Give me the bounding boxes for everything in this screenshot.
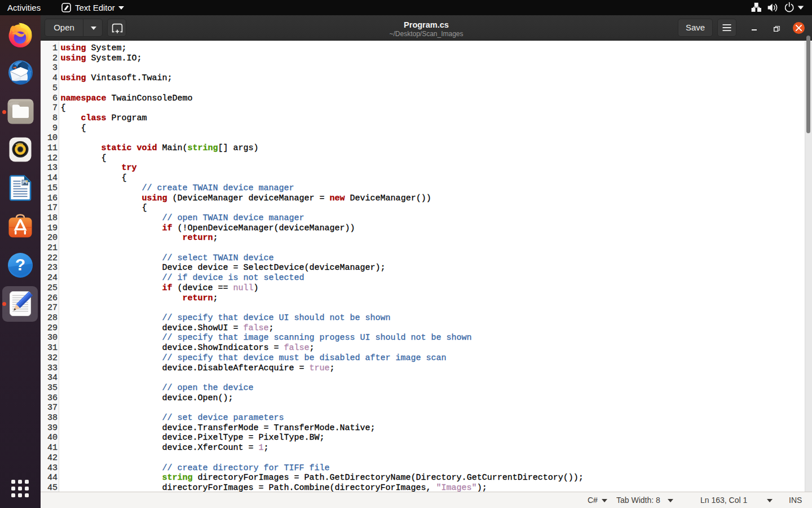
svg-text:?: ? — [15, 255, 25, 274]
